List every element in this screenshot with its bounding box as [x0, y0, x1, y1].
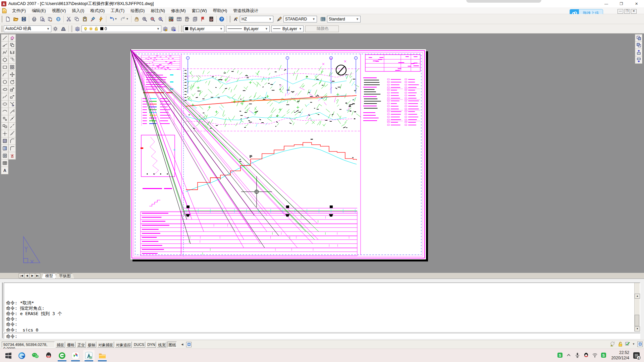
tab-nav-first-button[interactable]: |◀: [19, 273, 24, 278]
new-button[interactable]: [4, 15, 12, 23]
fillet-button[interactable]: [8, 145, 16, 152]
publish-button[interactable]: [46, 15, 54, 23]
properties-button[interactable]: [167, 15, 175, 23]
plot-preview-button[interactable]: [38, 15, 46, 23]
undo-button[interactable]: ▼: [107, 15, 119, 23]
taskbar-browser-360-icon[interactable]: [56, 350, 68, 361]
make-block-button[interactable]: [1, 123, 8, 130]
array-button[interactable]: [8, 64, 16, 71]
bring-to-front-button[interactable]: [635, 34, 642, 42]
trim-button[interactable]: [8, 101, 16, 108]
status-toggle-图纸[interactable]: 图纸: [167, 342, 177, 348]
menu-文件(F)[interactable]: 文件(F): [9, 8, 29, 14]
line-button[interactable]: [1, 34, 8, 42]
toolbar-lock-icon[interactable]: [618, 341, 623, 347]
menu-工具(T)[interactable]: 工具(T): [108, 8, 127, 14]
layout-tab-平纵图[interactable]: 平纵图: [55, 273, 74, 279]
combo-arrow-icon[interactable]: ▼: [46, 26, 50, 31]
zoom-window-button[interactable]: [149, 15, 157, 23]
menu-插入(I)[interactable]: 插入(I): [69, 8, 87, 14]
tab-nav-next-button[interactable]: ▶: [30, 273, 35, 278]
tab-nav-prev-button[interactable]: ◀: [24, 273, 30, 278]
chamfer-button[interactable]: [8, 137, 16, 145]
taskbar-edge-icon[interactable]: [16, 350, 28, 361]
dim-style-combo[interactable]: STANDARD▼: [283, 16, 317, 22]
rotate-button[interactable]: [8, 78, 16, 86]
copy-object-button[interactable]: [8, 42, 16, 49]
status-toggle-DUCS[interactable]: DUCS: [133, 342, 145, 348]
extend-button[interactable]: [8, 108, 16, 115]
qq-tray-icon[interactable]: [583, 352, 589, 358]
combo-arrow-icon[interactable]: ▼: [264, 26, 269, 31]
match-properties-button[interactable]: [89, 15, 97, 23]
hatch-button[interactable]: [1, 137, 8, 145]
command-history[interactable]: ▲ ▼ 命令: *取消*命令: 指定对角点:命令: e ERASE 找到 3 个…: [4, 283, 640, 332]
dim-style-button[interactable]: [275, 15, 283, 23]
mirror-button[interactable]: [8, 49, 16, 56]
table-style-combo[interactable]: Standard▼: [327, 16, 361, 22]
taskbar-file-explorer-icon[interactable]: [97, 350, 108, 361]
command-window-grip[interactable]: [1, 283, 3, 338]
region-button[interactable]: [1, 152, 8, 160]
redo-button[interactable]: ▼: [119, 15, 130, 23]
linetype-combo[interactable]: ByLayer▼: [226, 25, 270, 32]
combo-arrow-icon[interactable]: ▼: [355, 17, 360, 21]
scroll-up-button[interactable]: ▲: [635, 294, 640, 299]
sogou-tray-icon[interactable]: S: [557, 352, 563, 358]
toolbar-grip[interactable]: [1, 16, 3, 22]
rectangle-button[interactable]: [1, 64, 8, 71]
layout-tab-模型[interactable]: 模型: [42, 273, 57, 279]
drawing-canvas[interactable]: A: [0, 34, 644, 273]
help-button[interactable]: ?: [218, 15, 226, 23]
trusted-autodesk-icon[interactable]: [625, 341, 631, 347]
menu-管道线路设计[interactable]: 管道线路设计: [230, 8, 261, 14]
menu-修改(M)[interactable]: 修改(M): [168, 8, 189, 14]
quick-calc-button[interactable]: [207, 15, 215, 23]
construction-line-button[interactable]: [1, 42, 8, 49]
sheet-set-manager-button[interactable]: [191, 15, 199, 23]
taskbar-safe-360-icon[interactable]: [70, 350, 81, 361]
stretch-button[interactable]: [8, 93, 16, 101]
status-toggle-对象捕捉[interactable]: 对象捕捉: [97, 342, 114, 348]
bring-above-button[interactable]: [635, 49, 642, 56]
taskbar-start-icon[interactable]: [3, 350, 14, 361]
tool-palettes-button[interactable]: [183, 15, 191, 23]
status-toggle-线宽[interactable]: 线宽: [157, 342, 166, 348]
taskbar-qq-icon[interactable]: [43, 350, 54, 361]
status-toggle-DYN[interactable]: DYN: [146, 342, 156, 348]
mdi-close-button[interactable]: ✕: [631, 9, 637, 14]
ellipse-button[interactable]: [1, 101, 8, 108]
menu-帮助(H)[interactable]: 帮助(H): [210, 8, 230, 14]
text-style-combo[interactable]: HZ▼: [240, 16, 273, 22]
block-editor-button[interactable]: [97, 15, 105, 23]
etransmit-button[interactable]: [54, 15, 62, 23]
workspace-combo[interactable]: AutoCAD 经典▼: [4, 25, 51, 32]
status-menu-arrow-icon[interactable]: ▼: [632, 343, 635, 346]
cut-button[interactable]: [65, 15, 73, 23]
status-toggle-正交[interactable]: 正交: [76, 342, 86, 348]
close-button[interactable]: ✕: [629, 0, 644, 7]
combo-arrow-icon[interactable]: ▼: [312, 17, 316, 21]
color-combo[interactable]: ByLayer▼: [183, 25, 224, 32]
toolbar-grip[interactable]: [229, 16, 231, 22]
toolbar-grip[interactable]: [181, 25, 182, 32]
revcloud-button[interactable]: [1, 86, 8, 93]
notification-icon[interactable]: 2: [633, 352, 641, 361]
save-button[interactable]: [20, 15, 28, 23]
markup-set-manager-button[interactable]: [199, 15, 207, 23]
plot-style-combo[interactable]: 随颜色: [305, 25, 339, 32]
mdi-minimize-button[interactable]: —: [618, 9, 623, 14]
combo-arrow-icon[interactable]: ▼: [219, 26, 223, 31]
zoom-previous-button[interactable]: [157, 15, 165, 23]
join-button[interactable]: [8, 130, 16, 137]
table-button[interactable]: [1, 160, 8, 167]
dropdown-arrow-icon[interactable]: ▼: [115, 17, 117, 20]
status-collapse-arrow[interactable]: ◀: [180, 342, 184, 347]
taskbar-wechat-icon[interactable]: [30, 350, 41, 361]
menu-视图(V)[interactable]: 视图(V): [49, 8, 69, 14]
break-button[interactable]: [8, 123, 16, 130]
layer-combo[interactable]: 0▼: [82, 25, 161, 32]
communication-center-icon[interactable]: !: [610, 341, 616, 347]
ellipse-arc-button[interactable]: [1, 108, 8, 115]
layer-states-button[interactable]: [161, 25, 169, 33]
